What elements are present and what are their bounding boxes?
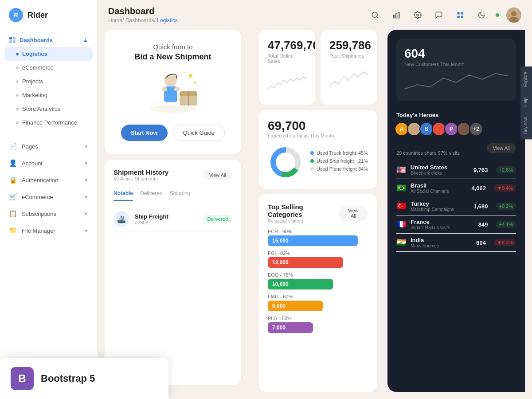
search-icon [371,11,379,19]
main-area: Dashboard Home/ Dashboards/ Logistics [98,0,532,399]
bid-card: Quick form to Bid a New Shipment [105,30,241,154]
bar-track: 15,000 [268,235,358,246]
country-sub: Many Sources [411,243,472,248]
truck-label: Used Truck freight [317,150,356,156]
settings-icon [414,11,422,19]
dashboards-group[interactable]: Dashboards ▲ [0,33,97,47]
quick-guide-button[interactable]: Quick Guide [173,125,225,141]
country-name: India [411,237,472,243]
earnings-value: 69,700 [268,119,334,133]
truck-pct: 45% [358,150,368,156]
file-manager-label: File Manager [22,227,55,234]
earnings-top: 69,700 Expected Earnings This Month [268,119,368,138]
sidebar-item-projects[interactable]: Projects [0,74,97,88]
svg-rect-3 [13,40,16,43]
user-avatar[interactable] [506,8,521,23]
messages-icon [435,11,443,19]
file-manager-icon: 📁 [9,227,17,235]
pages-label: Pages [22,143,38,150]
new-customers-label: New Customers This Month [404,62,508,67]
sidebar-item-pages[interactable]: 📄 Pages ▼ [0,138,97,155]
country-sub: All Social Channels [411,189,467,194]
country-item: 🇹🇷 Turkey Mailchimp Campaigns 1,680 +0.2… [396,197,516,215]
bar-label: PLG - 50% [268,316,368,321]
logo[interactable]: R Rider [0,0,97,30]
selling-header: Top Selling Categories 8k social visitor… [268,203,368,223]
sidebar-item-auth[interactable]: 🔒 Authentication ▼ [0,172,97,188]
country-visits: 9,763 [473,167,488,173]
plane-pct: 34% [358,166,368,172]
sidebar-item-marketing[interactable]: Marketing [0,88,97,102]
country-visits: 849 [478,221,488,228]
bar-value: 10,000 [272,281,289,287]
total-sales-label: Total Online Sales [268,53,306,64]
tab-shipping[interactable]: Shipping [170,187,191,201]
tab-delivered[interactable]: Delivered [140,187,163,201]
settings-button[interactable] [411,8,425,22]
svg-rect-24 [174,87,180,91]
breadcrumb-active: Logistics [157,17,178,23]
dashboard-icon [9,36,16,43]
svg-point-19 [194,81,196,84]
svg-point-21 [164,74,177,86]
bar-item: PLG - 50% 7,000 [268,316,368,333]
theme-button[interactable] [474,8,489,22]
country-info: Turkey Mailchimp Campaigns [411,200,469,212]
chart-button[interactable] [389,8,403,22]
buy-now-tab[interactable]: Buy now [520,112,532,139]
shipment-header: Shipment History 59 Active Shipments Vie… [113,168,232,181]
search-button[interactable] [368,8,382,22]
header-left: Dashboard Home/ Dashboards/ Logistics [108,6,178,23]
country-info: India Many Sources [411,237,472,248]
messages-button[interactable] [432,8,446,22]
sidebar-item-finance[interactable]: Finance Performance [0,116,97,129]
sidebar-item-label: Finance Performance [22,119,77,126]
total-sales-value: 47,769,700 [268,39,315,52]
grid-button[interactable] [453,8,467,22]
pages-chevron: ▼ [84,144,88,149]
sidebar-item-label: eCommerce [22,64,54,71]
bar-track: 10,000 [268,279,333,289]
country-flag: 🇧🇷 [396,183,406,193]
start-now-button[interactable]: Start Now [121,125,168,141]
country-item: 🇮🇳 India Many Sources 604 ▼8.3% [396,234,516,252]
sidebar-item-file-manager[interactable]: 📁 File Manager ▼ [0,222,97,239]
moon-icon [477,11,485,19]
help-tab[interactable]: Help [520,92,532,112]
sidebar-item-ecommerce[interactable]: eCommerce [0,61,97,74]
bar-label: EOQ - 75% [268,272,368,278]
selling-view-all[interactable]: View All [339,206,368,221]
app-name: Rider [27,11,48,20]
page-title: Dashboard [108,6,178,16]
chart-icon [392,11,400,19]
sidebar-item-store-analytics[interactable]: Store Analytics [0,102,97,116]
delivered-badge: Delivered [203,215,232,223]
content-wrapper: Quick form to Bid a New Shipment [98,30,532,399]
svg-line-5 [376,16,378,18]
country-flag: 🇮🇳 [396,238,406,247]
country-sub: Impact Radius visits [411,225,474,230]
bar-item: FMG - 60% 8,000 [268,294,368,311]
ship-pct: 21% [358,158,368,164]
shipment-name: Ship Freight [135,213,198,220]
breadcrumb-home: Home/ [108,17,125,23]
tab-notable[interactable]: Notable [113,187,133,201]
sidebar-item-subscriptions[interactable]: 📋 Subscriptions ▼ [0,205,97,222]
country-trend: +2.6% [496,166,516,173]
right-dark-panel: 604 New Customers This Month Today's Her… [387,30,525,392]
visits-view-all[interactable]: View All [487,143,516,153]
country-info: Brasil All Social Channels [411,182,467,194]
heroes-section: Today's Heroes ASP+2 [396,112,516,136]
svg-rect-23 [162,87,167,91]
hero-avatar: +2 [469,122,483,136]
right-side-tabs: Explore Help Buy now [520,66,532,140]
sidebar-item-logistics[interactable]: Logistics [4,47,93,61]
shipment-item: 🚢 Ship Freight #2808 Delivered [113,207,232,232]
donut-legend: Used Truck freight 45% Used Ship freight… [310,150,368,174]
explore-tab[interactable]: Explore [520,66,532,92]
account-label: Account [22,160,43,167]
bar-value: 15,000 [272,238,289,244]
sidebar-item-ecommerce-nav[interactable]: 🛒 eCommerce ▼ [0,188,97,205]
sidebar-item-account[interactable]: 👤 Account ▼ [0,155,97,172]
shipment-view-all[interactable]: View All [203,170,232,180]
